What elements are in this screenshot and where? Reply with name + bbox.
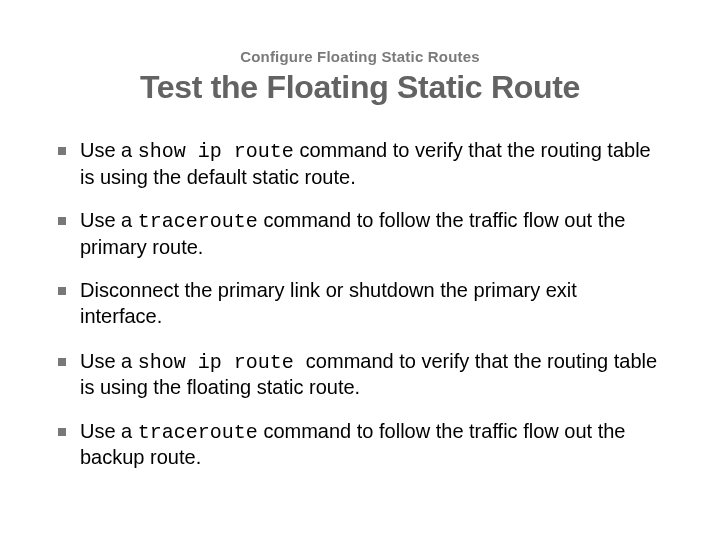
list-item: Use a show ip route command to verify th… [58,349,662,401]
list-item: Use a show ip route command to verify th… [58,138,662,190]
bullet-text-pre: Use a [80,420,138,442]
inline-code: traceroute [138,210,258,233]
list-item: Disconnect the primary link or shutdown … [58,278,662,330]
list-item: Use a traceroute command to follow the t… [58,208,662,260]
bullet-text-pre: Use a [80,139,138,161]
bullet-text-pre: Disconnect the primary link or shutdown … [80,279,577,327]
slide-header: Configure Floating Static Routes Test th… [58,48,662,106]
inline-code: show ip route [138,351,306,374]
inline-code: show ip route [138,140,294,163]
bullet-text-pre: Use a [80,350,138,372]
slide-title: Test the Floating Static Route [58,69,662,106]
bullet-text-pre: Use a [80,209,138,231]
bullet-list: Use a show ip route command to verify th… [58,138,662,471]
slide-eyebrow: Configure Floating Static Routes [58,48,662,65]
inline-code: traceroute [138,421,258,444]
list-item: Use a traceroute command to follow the t… [58,419,662,471]
